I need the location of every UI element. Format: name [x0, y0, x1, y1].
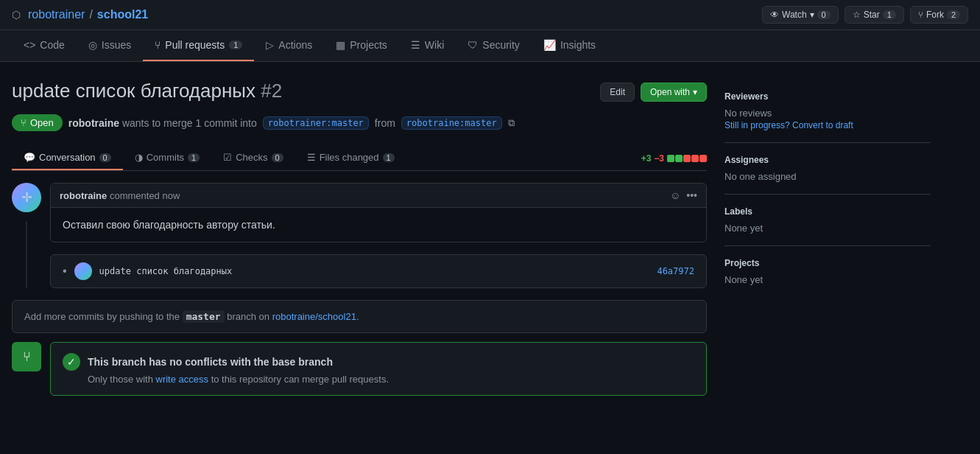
- files-changed-label: Files changed: [320, 152, 379, 163]
- comment-avatar: ✛: [12, 183, 41, 212]
- tab-projects-label: Projects: [350, 39, 387, 51]
- merge-header: ✓ This branch has no conflicts with the …: [63, 353, 694, 371]
- checks-badge: 0: [272, 153, 283, 162]
- top-actions: 👁 Watch ▾ 0 ☆ Star 1 ⑂ Fork 2: [762, 6, 968, 24]
- open-with-arrow-icon: ▾: [693, 87, 697, 97]
- issues-icon: ◎: [88, 39, 97, 51]
- merge-content-box: ✓ This branch has no conflicts with the …: [50, 342, 707, 396]
- tab-projects[interactable]: ▦ Projects: [324, 30, 399, 61]
- sidebar-labels-value: None yet: [725, 223, 931, 234]
- diff-block-4: [691, 155, 699, 162]
- pr-title: update список благодарных #2: [12, 80, 282, 102]
- pr-tab-checks[interactable]: ☑ Checks 0: [211, 146, 295, 170]
- fork-count: 2: [947, 10, 960, 19]
- tab-insights-label: Insights: [560, 39, 596, 51]
- comment-body: Оставил свою благодарность автору статьи…: [51, 208, 706, 242]
- push-info-box: Add more commits by pushing to the maste…: [12, 300, 707, 333]
- thread-wrapper: ✛ robotraine commented now ☺ •••: [12, 183, 707, 288]
- open-with-button[interactable]: Open with ▾: [641, 83, 707, 102]
- sidebar-convert-draft-link[interactable]: Still in progress? Convert to draft: [725, 120, 853, 130]
- projects-icon: ▦: [336, 39, 345, 51]
- commits-label: Commits: [147, 152, 184, 163]
- pr-status-badge: ⑂ Open: [12, 114, 63, 131]
- wiki-icon: ☰: [411, 39, 420, 51]
- comment-timestamp: commented now: [110, 190, 180, 201]
- sidebar-assignees-title: Assignees: [725, 155, 931, 165]
- merge-icon-box: ⑂: [12, 342, 41, 371]
- merge-section: ⑂ ✓ This branch has no conflicts with th…: [12, 342, 707, 396]
- sidebar-projects-title: Projects: [725, 258, 931, 268]
- star-label: Star: [864, 10, 880, 20]
- fork-button[interactable]: ⑂ Fork 2: [910, 6, 968, 24]
- commits-badge: 1: [188, 153, 200, 162]
- commit-row: • update список благодарных 46a7972: [50, 254, 707, 288]
- tab-issues[interactable]: ◎ Issues: [77, 30, 143, 61]
- commits-icon: ◑: [135, 152, 143, 163]
- repo-title: ⬡ robotrainer / school21: [12, 8, 148, 21]
- commit-hash[interactable]: 46a7972: [657, 266, 694, 276]
- star-button[interactable]: ☆ Star 1: [845, 6, 904, 24]
- pr-author: robotraine: [68, 117, 119, 129]
- comment-text: Оставил свою благодарность автору статьи…: [63, 219, 275, 231]
- pr-meta-author: robotraine wants to merge 1 commit into: [68, 117, 257, 129]
- tab-code-label: Code: [40, 39, 64, 51]
- pr-tab-conversation[interactable]: 💬 Conversation 0: [12, 146, 123, 170]
- tab-insights[interactable]: 📈 Insights: [532, 30, 607, 61]
- code-icon: <>: [24, 39, 35, 51]
- fork-icon: ⑂: [918, 10, 923, 20]
- star-count: 1: [883, 10, 896, 19]
- comment-header: robotraine commented now ☺ •••: [51, 184, 706, 208]
- pr-status-icon: ⑂: [21, 117, 27, 128]
- conversation-badge: 0: [99, 153, 111, 162]
- main-content: update список благодарных #2 Edit Open w…: [0, 62, 942, 413]
- info-text-after: branch on: [227, 311, 269, 322]
- tab-code[interactable]: <> Code: [12, 30, 77, 61]
- diff-blocks: [667, 155, 707, 162]
- pr-target-branch[interactable]: robotrainer:master: [263, 116, 369, 130]
- tab-actions[interactable]: ▷ Actions: [254, 30, 324, 61]
- checks-label: Checks: [236, 152, 267, 163]
- sidebar-reviewers-value: No reviews: [725, 108, 931, 119]
- tab-wiki[interactable]: ☰ Wiki: [399, 30, 456, 61]
- more-options-icon[interactable]: •••: [686, 189, 697, 201]
- tab-security[interactable]: 🛡 Security: [456, 30, 532, 61]
- info-repo-link[interactable]: robotraine/school21: [272, 311, 356, 322]
- comment-author-info: robotraine commented now: [60, 190, 180, 201]
- comment-author-name[interactable]: robotraine: [60, 190, 107, 201]
- tab-pull-requests[interactable]: ⑂ Pull requests 1: [143, 30, 254, 61]
- pr-tab-commits[interactable]: ◑ Commits 1: [123, 146, 211, 170]
- pr-source-branch[interactable]: robotraine:master: [401, 116, 502, 130]
- diff-block-5: [699, 155, 707, 162]
- pr-title-actions: Edit Open with ▾: [600, 83, 707, 102]
- pr-sidebar: Reviewers No reviews Still in progress? …: [725, 80, 931, 396]
- repo-link[interactable]: school21: [97, 8, 148, 21]
- info-period: .: [356, 311, 359, 322]
- pr-from-text: from: [375, 117, 395, 129]
- watch-button[interactable]: 👁 Watch ▾ 0: [762, 6, 839, 24]
- pr-tab-files-changed[interactable]: ☰ Files changed 1: [295, 146, 406, 170]
- sidebar-projects-value: None yet: [725, 274, 931, 285]
- nav-tabs: <> Code ◎ Issues ⑂ Pull requests 1 ▷ Act…: [0, 30, 980, 62]
- security-icon: 🛡: [468, 39, 478, 51]
- dropdown-arrow-icon[interactable]: ▾: [810, 10, 814, 20]
- tab-security-label: Security: [482, 39, 520, 51]
- edit-button[interactable]: Edit: [600, 83, 635, 102]
- pr-status-text: Open: [30, 117, 54, 128]
- copy-icon[interactable]: ⧉: [508, 117, 515, 129]
- commit-dot-icon: •: [63, 265, 67, 278]
- tab-issues-label: Issues: [102, 39, 131, 51]
- diff-block-2: [675, 155, 683, 162]
- comment-actions: ☺ •••: [670, 189, 697, 201]
- sidebar-labels-title: Labels: [725, 206, 931, 217]
- files-changed-icon: ☰: [307, 152, 316, 163]
- emoji-icon[interactable]: ☺: [670, 189, 680, 201]
- commit-avatar: [74, 262, 92, 280]
- org-link[interactable]: robotrainer: [28, 8, 85, 21]
- sidebar-projects: Projects None yet: [725, 245, 931, 297]
- eye-icon: 👁: [770, 10, 779, 20]
- merge-write-access-link[interactable]: write access: [156, 374, 209, 385]
- pr-meta: ⑂ Open robotraine wants to merge 1 commi…: [12, 114, 707, 131]
- info-text-before: Add more commits by pushing to the: [24, 311, 180, 322]
- watch-label: Watch: [782, 10, 807, 20]
- diff-block-3: [683, 155, 691, 162]
